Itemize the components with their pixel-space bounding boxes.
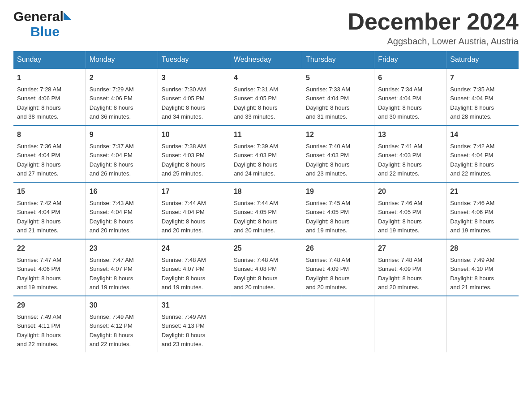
day-number: 16: [90, 186, 154, 197]
day-info: Sunrise: 7:34 AMSunset: 4:04 PMDaylight:…: [378, 86, 422, 120]
day-info: Sunrise: 7:36 AMSunset: 4:04 PMDaylight:…: [17, 143, 61, 177]
day-number: 21: [450, 186, 515, 197]
calendar-cell: 5 Sunrise: 7:33 AMSunset: 4:04 PMDayligh…: [302, 68, 374, 125]
calendar-cell: 9 Sunrise: 7:37 AMSunset: 4:04 PMDayligh…: [86, 125, 158, 182]
calendar-week-3: 15 Sunrise: 7:42 AMSunset: 4:04 PMDaylig…: [13, 182, 519, 239]
day-info: Sunrise: 7:35 AMSunset: 4:04 PMDaylight:…: [450, 86, 494, 120]
day-info: Sunrise: 7:48 AMSunset: 4:07 PMDaylight:…: [162, 257, 206, 291]
day-number: 4: [234, 73, 298, 83]
calendar-cell: 10 Sunrise: 7:38 AMSunset: 4:03 PMDaylig…: [158, 125, 230, 182]
calendar-cell: 3 Sunrise: 7:30 AMSunset: 4:05 PMDayligh…: [158, 68, 230, 125]
day-number: 19: [306, 186, 370, 197]
calendar-cell: 2 Sunrise: 7:29 AMSunset: 4:06 PMDayligh…: [86, 68, 158, 125]
day-info: Sunrise: 7:30 AMSunset: 4:05 PMDaylight:…: [162, 86, 206, 120]
calendar-cell: 15 Sunrise: 7:42 AMSunset: 4:04 PMDaylig…: [13, 182, 86, 239]
calendar-cell: 7 Sunrise: 7:35 AMSunset: 4:04 PMDayligh…: [446, 68, 519, 125]
calendar-cell: 17 Sunrise: 7:44 AMSunset: 4:04 PMDaylig…: [158, 182, 230, 239]
calendar-cell: [446, 296, 519, 352]
calendar-cell: 8 Sunrise: 7:36 AMSunset: 4:04 PMDayligh…: [13, 125, 86, 182]
calendar-cell: 13 Sunrise: 7:41 AMSunset: 4:03 PMDaylig…: [374, 125, 446, 182]
calendar-cell: [230, 296, 302, 352]
logo-general-text: General: [13, 9, 64, 24]
calendar-cell: 19 Sunrise: 7:45 AMSunset: 4:05 PMDaylig…: [302, 182, 374, 239]
day-info: Sunrise: 7:28 AMSunset: 4:06 PMDaylight:…: [17, 86, 61, 120]
day-info: Sunrise: 7:40 AMSunset: 4:03 PMDaylight:…: [306, 143, 350, 177]
day-info: Sunrise: 7:31 AMSunset: 4:05 PMDaylight:…: [234, 86, 278, 120]
day-number: 5: [306, 73, 370, 83]
calendar-cell: 11 Sunrise: 7:39 AMSunset: 4:03 PMDaylig…: [230, 125, 302, 182]
day-info: Sunrise: 7:47 AMSunset: 4:06 PMDaylight:…: [17, 257, 61, 291]
day-number: 10: [162, 129, 226, 140]
day-number: 24: [162, 243, 226, 254]
day-number: 1: [17, 73, 82, 83]
calendar-cell: [374, 296, 446, 352]
day-number: 18: [234, 186, 298, 197]
calendar-cell: 27 Sunrise: 7:48 AMSunset: 4:09 PMDaylig…: [374, 239, 446, 296]
day-number: 2: [90, 73, 154, 83]
calendar-cell: 31 Sunrise: 7:49 AMSunset: 4:13 PMDaylig…: [158, 296, 230, 352]
day-info: Sunrise: 7:41 AMSunset: 4:03 PMDaylight:…: [378, 143, 422, 177]
day-info: Sunrise: 7:46 AMSunset: 4:06 PMDaylight:…: [450, 200, 494, 234]
day-info: Sunrise: 7:49 AMSunset: 4:10 PMDaylight:…: [450, 257, 494, 291]
day-number: 29: [17, 300, 82, 311]
col-thursday: Thursday: [302, 51, 374, 68]
day-info: Sunrise: 7:44 AMSunset: 4:05 PMDaylight:…: [234, 200, 278, 234]
title-area: December 2024 Aggsbach, Lower Austria, A…: [348, 9, 519, 47]
day-number: 26: [306, 243, 370, 254]
day-info: Sunrise: 7:48 AMSunset: 4:09 PMDaylight:…: [378, 257, 422, 291]
calendar-cell: 6 Sunrise: 7:34 AMSunset: 4:04 PMDayligh…: [374, 68, 446, 125]
calendar-cell: 20 Sunrise: 7:46 AMSunset: 4:05 PMDaylig…: [374, 182, 446, 239]
calendar-week-2: 8 Sunrise: 7:36 AMSunset: 4:04 PMDayligh…: [13, 125, 519, 182]
day-number: 6: [378, 73, 442, 83]
calendar-header-row: Sunday Monday Tuesday Wednesday Thursday…: [13, 51, 519, 68]
day-number: 23: [90, 243, 154, 254]
day-number: 30: [90, 300, 154, 311]
calendar-cell: 28 Sunrise: 7:49 AMSunset: 4:10 PMDaylig…: [446, 239, 519, 296]
calendar-cell: 18 Sunrise: 7:44 AMSunset: 4:05 PMDaylig…: [230, 182, 302, 239]
day-number: 9: [90, 129, 154, 140]
calendar-week-5: 29 Sunrise: 7:49 AMSunset: 4:11 PMDaylig…: [13, 296, 519, 352]
day-number: 15: [17, 186, 82, 197]
month-title: December 2024: [348, 9, 519, 34]
calendar-cell: 25 Sunrise: 7:48 AMSunset: 4:08 PMDaylig…: [230, 239, 302, 296]
day-info: Sunrise: 7:33 AMSunset: 4:04 PMDaylight:…: [306, 86, 350, 120]
day-number: 22: [17, 243, 82, 254]
day-number: 25: [234, 243, 298, 254]
calendar-cell: 24 Sunrise: 7:48 AMSunset: 4:07 PMDaylig…: [158, 239, 230, 296]
day-number: 8: [17, 129, 82, 140]
day-number: 11: [234, 129, 298, 140]
day-info: Sunrise: 7:38 AMSunset: 4:03 PMDaylight:…: [162, 143, 206, 177]
col-sunday: Sunday: [13, 51, 86, 68]
day-info: Sunrise: 7:46 AMSunset: 4:05 PMDaylight:…: [378, 200, 422, 234]
day-info: Sunrise: 7:29 AMSunset: 4:06 PMDaylight:…: [90, 86, 134, 120]
day-info: Sunrise: 7:42 AMSunset: 4:04 PMDaylight:…: [450, 143, 494, 177]
calendar-cell: 29 Sunrise: 7:49 AMSunset: 4:11 PMDaylig…: [13, 296, 86, 352]
calendar-cell: 16 Sunrise: 7:43 AMSunset: 4:04 PMDaylig…: [86, 182, 158, 239]
location-text: Aggsbach, Lower Austria, Austria: [348, 36, 519, 47]
day-info: Sunrise: 7:42 AMSunset: 4:04 PMDaylight:…: [17, 200, 61, 234]
col-saturday: Saturday: [446, 51, 519, 68]
col-tuesday: Tuesday: [158, 51, 230, 68]
day-info: Sunrise: 7:45 AMSunset: 4:05 PMDaylight:…: [306, 200, 350, 234]
calendar-cell: 22 Sunrise: 7:47 AMSunset: 4:06 PMDaylig…: [13, 239, 86, 296]
day-number: 13: [378, 129, 442, 140]
calendar-cell: 1 Sunrise: 7:28 AMSunset: 4:06 PMDayligh…: [13, 68, 86, 125]
logo-area: General Blue: [13, 9, 72, 39]
calendar-week-1: 1 Sunrise: 7:28 AMSunset: 4:06 PMDayligh…: [13, 68, 519, 125]
day-number: 20: [378, 186, 442, 197]
calendar-cell: 14 Sunrise: 7:42 AMSunset: 4:04 PMDaylig…: [446, 125, 519, 182]
day-number: 7: [450, 73, 515, 83]
calendar-cell: 4 Sunrise: 7:31 AMSunset: 4:05 PMDayligh…: [230, 68, 302, 125]
day-info: Sunrise: 7:49 AMSunset: 4:12 PMDaylight:…: [90, 313, 134, 347]
logo-blue-text: Blue: [30, 24, 60, 39]
day-info: Sunrise: 7:43 AMSunset: 4:04 PMDaylight:…: [90, 200, 134, 234]
day-info: Sunrise: 7:48 AMSunset: 4:09 PMDaylight:…: [306, 257, 350, 291]
day-info: Sunrise: 7:44 AMSunset: 4:04 PMDaylight:…: [162, 200, 206, 234]
calendar-week-4: 22 Sunrise: 7:47 AMSunset: 4:06 PMDaylig…: [13, 239, 519, 296]
calendar-cell: 12 Sunrise: 7:40 AMSunset: 4:03 PMDaylig…: [302, 125, 374, 182]
day-number: 3: [162, 73, 226, 83]
day-info: Sunrise: 7:49 AMSunset: 4:11 PMDaylight:…: [17, 313, 61, 347]
calendar-cell: 30 Sunrise: 7:49 AMSunset: 4:12 PMDaylig…: [86, 296, 158, 352]
calendar-cell: [302, 296, 374, 352]
col-friday: Friday: [374, 51, 446, 68]
